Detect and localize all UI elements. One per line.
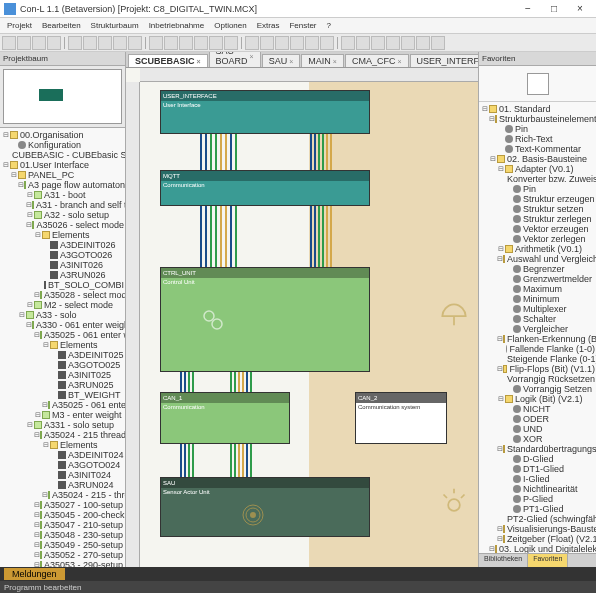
tree-item[interactable]: ⊟M3 - enter weight — [0, 410, 125, 420]
tree-item[interactable]: ⊟Arithmetik (V0.1) — [479, 244, 596, 254]
tree-item[interactable]: ⊟Elements — [0, 230, 125, 240]
tree-item[interactable]: ⊟A3 page flow automaton — [0, 180, 125, 190]
tree-item[interactable]: D-Glied — [479, 454, 596, 464]
toolbar-button-9[interactable] — [149, 36, 163, 50]
tree-item[interactable]: ⊟A35026 - select mode — [0, 220, 125, 230]
tree-item[interactable]: ⊟A35025 - 061 enter weight — [0, 330, 125, 340]
tree-item[interactable]: Vektor zerlegen — [479, 234, 596, 244]
tree-item[interactable]: ⊟A331 - solo setup — [0, 420, 125, 430]
toolbar-button-16[interactable] — [260, 36, 274, 50]
tree-item[interactable]: Struktur erzeugen — [479, 194, 596, 204]
tree-item[interactable]: ⊟Adapter (V0.1) — [479, 164, 596, 174]
close-icon[interactable]: × — [397, 58, 401, 65]
toolbar-button-25[interactable] — [401, 36, 415, 50]
menu-projekt[interactable]: Projekt — [2, 21, 37, 30]
toolbar-button-23[interactable] — [371, 36, 385, 50]
tree-item[interactable]: A3RUN025 — [0, 380, 125, 390]
toolbar-button-4[interactable] — [68, 36, 82, 50]
close-icon[interactable]: × — [289, 58, 293, 65]
tree-item[interactable]: ⊟03. Logik und Digitalelektronik — [479, 544, 596, 553]
toolbar-button-3[interactable] — [47, 36, 61, 50]
tab-cma_cfc[interactable]: CMA_CFC× — [345, 54, 409, 67]
menu-optionen[interactable]: Optionen — [209, 21, 251, 30]
tree-item[interactable]: PT2-Glied (schwingfähig) — [479, 514, 596, 524]
block-sau[interactable]: SAU Sensor Actor Unit — [160, 477, 370, 537]
tree-item[interactable]: UND — [479, 424, 596, 434]
minimize-button[interactable]: − — [516, 2, 540, 16]
tree-item[interactable]: ⊟A32 - solo setup — [0, 210, 125, 220]
toolbar-button-21[interactable] — [341, 36, 355, 50]
tree-item[interactable]: Steigende Flanke (0-1) — [479, 354, 596, 364]
tree-item[interactable]: A3INIT025 — [0, 370, 125, 380]
tree-item[interactable]: BT_WEIGHT — [0, 390, 125, 400]
tab-main[interactable]: MAIN× — [301, 54, 344, 67]
block-mqtt[interactable]: MQTT Communication — [160, 170, 370, 206]
tree-item[interactable]: Vorrangig Rücksetzen — [479, 374, 596, 384]
tree-item[interactable]: A3GOTO024 — [0, 460, 125, 470]
close-icon[interactable]: × — [333, 58, 337, 65]
tree-item[interactable]: ⊟PANEL_PC — [0, 170, 125, 180]
toolbar-button-6[interactable] — [98, 36, 112, 50]
toolbar-button-2[interactable] — [32, 36, 46, 50]
toolbar-button-22[interactable] — [356, 36, 370, 50]
toolbar-button-14[interactable] — [224, 36, 238, 50]
tree-item[interactable]: A3GOTO025 — [0, 360, 125, 370]
tree-item[interactable]: ⊟A35053 - 290-setup flush bag — [0, 560, 125, 567]
tree-item[interactable]: DT1-Glied — [479, 464, 596, 474]
tree-item[interactable]: Grenzwertmelder — [479, 274, 596, 284]
tree-item[interactable]: ⊟A33 - solo — [0, 310, 125, 320]
tree-item[interactable]: Fallende Flanke (1-0) — [479, 344, 596, 354]
tree-item[interactable]: A3INIT024 — [0, 470, 125, 480]
toolbar-button-20[interactable] — [320, 36, 334, 50]
tree-item[interactable]: ⊟Zeitgeber (Float) (V2.1) — [479, 534, 596, 544]
tree-item[interactable]: NICHT — [479, 404, 596, 414]
tree-item[interactable]: ⊟Visualisierungs-Bausteine (V7.0) — [479, 524, 596, 534]
tree-item[interactable]: Nichtlinearität — [479, 484, 596, 494]
right-tab-bibliotheken[interactable]: Bibliotheken — [479, 554, 528, 567]
tree-item[interactable]: ⊟Flanken-Erkennung (Bit) (V1.1) — [479, 334, 596, 344]
toolbar-button-12[interactable] — [194, 36, 208, 50]
tree-item[interactable]: ⊟A330 - 061 enter weight — [0, 320, 125, 330]
tree-item[interactable]: ⊟A35028 - select mode — [0, 290, 125, 300]
tree-item[interactable]: ⊟A35047 - 210-setup cartridge — [0, 520, 125, 530]
menu-bearbeiten[interactable]: Bearbeiten — [37, 21, 86, 30]
tree-item[interactable]: ⊟A35045 - 200-check setup — [0, 510, 125, 520]
toolbar-button-1[interactable] — [17, 36, 31, 50]
tree-item[interactable]: BT_SOLO_COMBI — [0, 280, 125, 290]
toolbar-button-15[interactable] — [245, 36, 259, 50]
drawing-sheet[interactable]: USER_INTERFACE User Interface MQTT Commu… — [140, 82, 478, 567]
tree-item[interactable]: ⊟01. Standard — [479, 104, 596, 114]
tree-item[interactable]: Rich-Text — [479, 134, 596, 144]
tree-item[interactable]: A3RUN024 — [0, 480, 125, 490]
tree-item[interactable]: Schalter — [479, 314, 596, 324]
menu-extras[interactable]: Extras — [252, 21, 285, 30]
tree-item[interactable]: ⊟A35024 - 215 - threading t — [0, 490, 125, 500]
tree-item[interactable]: Maximum — [479, 284, 596, 294]
tree-item[interactable]: ⊟A31 - branch and self test — [0, 200, 125, 210]
toolbar-button-11[interactable] — [179, 36, 193, 50]
tree-item[interactable]: ⊟A35025 - 061 enter weight — [0, 400, 125, 410]
toolbar-button-17[interactable] — [275, 36, 289, 50]
tab-sau-board[interactable]: SAU-BOARD× — [209, 52, 261, 67]
toolbar-button-27[interactable] — [431, 36, 445, 50]
tree-item[interactable]: ⊟A31 - boot — [0, 190, 125, 200]
tree-item[interactable]: Text-Kommentar — [479, 144, 596, 154]
menu-strukturbaum[interactable]: Strukturbaum — [86, 21, 144, 30]
tree-item[interactable]: A3INIT026 — [0, 260, 125, 270]
tree-item[interactable]: ⊟02. Basis-Bausteine — [479, 154, 596, 164]
tree-item[interactable]: PT1-Glied — [479, 504, 596, 514]
tree-item[interactable]: ⊟00.Organisation — [0, 130, 125, 140]
tree-item[interactable]: XOR — [479, 434, 596, 444]
menu-?[interactable]: ? — [322, 21, 336, 30]
tree-item[interactable]: ⊟A35027 - 100-setup show set — [0, 500, 125, 510]
tree-item[interactable]: ⊟A35049 - 250-setup dialyzer — [0, 540, 125, 550]
block-ctrl-unit[interactable]: CTRL_UNIT Control Unit — [160, 267, 370, 372]
toolbar-button-8[interactable] — [128, 36, 142, 50]
tree-item[interactable]: I-Glied — [479, 474, 596, 484]
maximize-button[interactable]: □ — [542, 2, 566, 16]
tree-item[interactable]: Vorrangig Setzen — [479, 384, 596, 394]
library-tree[interactable]: ⊟01. Standard⊟StrukturbausteinelementePi… — [479, 102, 596, 553]
menu-fenster[interactable]: Fenster — [284, 21, 321, 30]
tab-user_interface[interactable]: USER_INTERFACE× — [410, 54, 478, 67]
tree-item[interactable]: A3GOTO026 — [0, 250, 125, 260]
